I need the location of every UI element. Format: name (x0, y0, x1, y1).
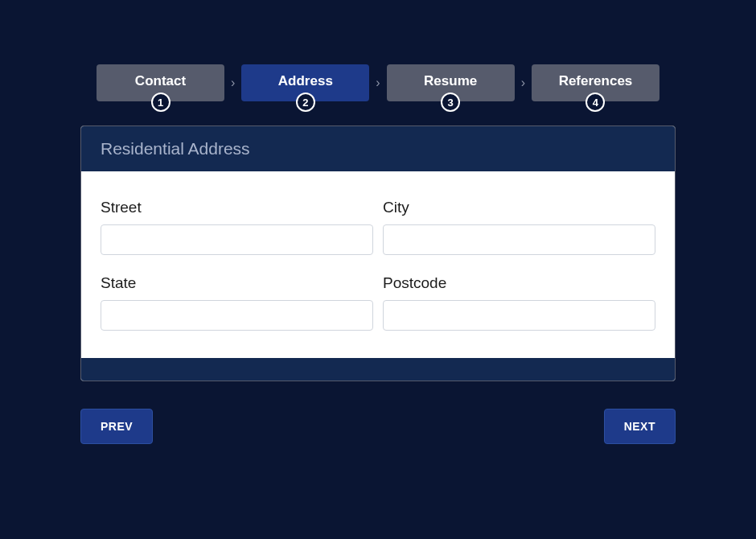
next-button[interactable]: NEXT (604, 409, 676, 444)
state-input[interactable] (101, 300, 373, 331)
step-address[interactable]: Address 2 (241, 64, 369, 101)
step-label: Contact (109, 74, 212, 88)
panel-footer (81, 358, 675, 381)
state-label: State (101, 274, 373, 292)
postcode-input[interactable] (383, 300, 655, 331)
city-input[interactable] (383, 224, 655, 255)
chevron-right-icon: › (515, 76, 532, 90)
step-number-badge: 1 (151, 93, 171, 112)
field-city: City (383, 199, 655, 255)
field-state: State (101, 274, 373, 331)
prev-button[interactable]: PREV (80, 409, 153, 444)
button-row: PREV NEXT (80, 409, 676, 444)
chevron-right-icon: › (369, 76, 386, 90)
address-panel: Residential Address Street City State Po… (80, 125, 676, 381)
city-label: City (383, 199, 655, 216)
panel-body: Street City State Postcode (81, 171, 675, 358)
step-resume[interactable]: Resume 3 (387, 64, 515, 101)
step-label: References (544, 74, 647, 88)
step-number-badge: 2 (296, 93, 315, 112)
step-number-badge: 4 (585, 93, 605, 112)
street-label: Street (101, 199, 373, 216)
stepper: Contact 1 › Address 2 › Resume 3 › Refer… (97, 64, 659, 101)
chevron-right-icon: › (224, 76, 241, 90)
field-postcode: Postcode (383, 274, 655, 331)
step-number-badge: 3 (441, 93, 460, 112)
step-label: Address (254, 74, 356, 88)
step-references[interactable]: References 4 (532, 64, 659, 101)
step-label: Resume (400, 74, 502, 88)
street-input[interactable] (101, 224, 373, 255)
field-street: Street (101, 199, 373, 255)
step-contact[interactable]: Contact 1 (97, 64, 224, 101)
panel-title: Residential Address (81, 126, 675, 171)
postcode-label: Postcode (383, 274, 655, 292)
